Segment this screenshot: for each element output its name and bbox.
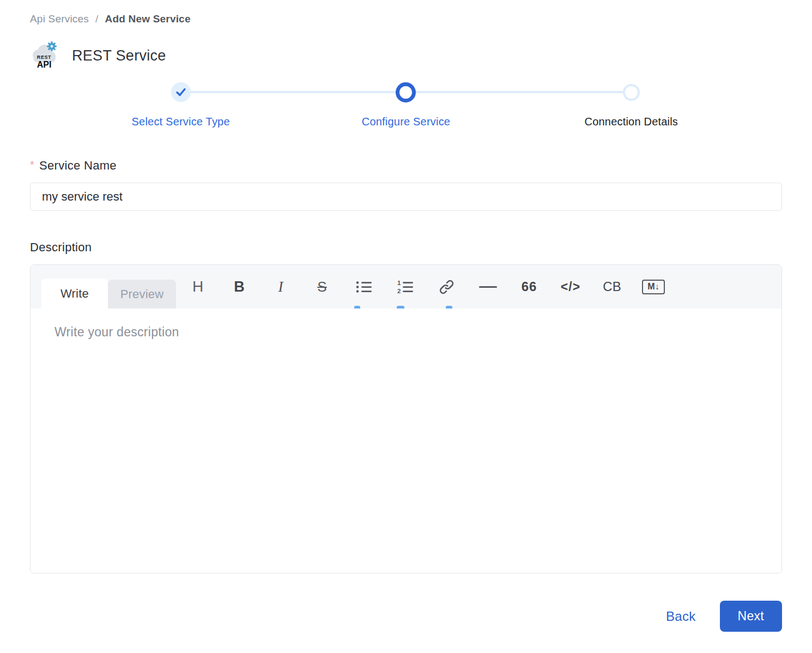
wizard-footer: Back Next [30,601,782,632]
service-name-field: *Service Name [30,159,782,211]
logo-text-rest: REST [37,55,51,60]
step-label-configure-service: Configure Service [362,116,450,128]
gear-icon [47,41,57,51]
bullet-list-icon [355,280,372,294]
numbered-list-icon: 1 2 [397,280,414,294]
description-markdown-editor: Write Preview H B I S [30,264,782,573]
toolbar-artifact-dot [354,306,360,309]
rest-api-cloud-gear-icon: REST API [30,40,58,71]
step-connection-details: Connection Details [519,82,744,128]
heading-button[interactable]: H [177,265,219,309]
wizard-stepper: Select Service Type Configure Service Co… [68,82,744,128]
quote-button[interactable]: 66 [508,265,550,309]
code-block-icon: CB [603,279,621,294]
quote-icon: 66 [522,279,537,294]
step-label-select-service-type[interactable]: Select Service Type [132,116,230,128]
description-label: Description [30,240,782,255]
check-icon [175,87,186,97]
breadcrumb-api-services[interactable]: Api Services [30,13,89,25]
editor-tabs: Write Preview [41,279,176,309]
editor-write-area [31,309,781,573]
breadcrumb-separator: / [95,13,98,25]
breadcrumb: Api Services / Add New Service [30,13,782,25]
strikethrough-button[interactable]: S [301,265,343,309]
next-button[interactable]: Next [720,601,783,632]
service-name-input[interactable] [30,183,782,211]
step-active-circle[interactable] [396,82,416,102]
code-icon: </> [561,280,580,294]
horizontal-rule-icon [479,286,497,288]
tab-write[interactable]: Write [41,279,108,309]
ordered-list-button[interactable]: 1 2 [384,265,426,309]
editor-toolbar: Write Preview H B I S [31,265,781,309]
step-completed-circle[interactable] [171,82,191,102]
step-select-service-type: Select Service Type [68,82,293,128]
step-upcoming-circle[interactable] [623,84,640,101]
strikethrough-icon: S [317,279,326,295]
description-textarea[interactable] [31,309,781,573]
italic-button[interactable]: I [260,265,301,309]
ordered-list-num-2: 2 [397,288,401,294]
ordered-list-num-1: 1 [397,280,401,286]
logo-text-api: API [37,60,52,69]
tab-preview[interactable]: Preview [108,280,176,309]
toolbar-icons: H B I S [177,265,674,309]
breadcrumb-add-new-service: Add New Service [105,13,190,25]
code-block-button[interactable]: CB [591,265,633,309]
code-button[interactable]: </> [550,265,591,309]
heading-icon: H [192,278,203,295]
toolbar-artifact-dot [397,306,404,309]
page-title: REST Service [72,47,166,64]
unordered-list-button[interactable] [343,265,384,309]
service-name-label: *Service Name [30,159,782,173]
back-button[interactable]: Back [666,609,696,624]
step-label-connection-details: Connection Details [585,116,678,128]
markdown-icon: M↓ [642,280,665,294]
link-chain-icon [439,279,455,295]
italic-icon: I [278,279,283,295]
step-configure-service: Configure Service [293,82,518,128]
bold-button[interactable]: B [219,265,260,309]
service-name-label-text: Service Name [39,159,117,172]
page-header: REST API REST Service [30,40,782,71]
toolbar-artifact-dot [446,306,452,309]
markdown-button[interactable]: M↓ [633,265,674,309]
bold-icon: B [234,279,245,295]
link-button[interactable] [426,265,467,309]
add-new-service-page: Api Services / Add New Service [0,0,812,632]
required-asterisk: * [30,159,34,171]
horizontal-rule-button[interactable] [467,265,508,309]
